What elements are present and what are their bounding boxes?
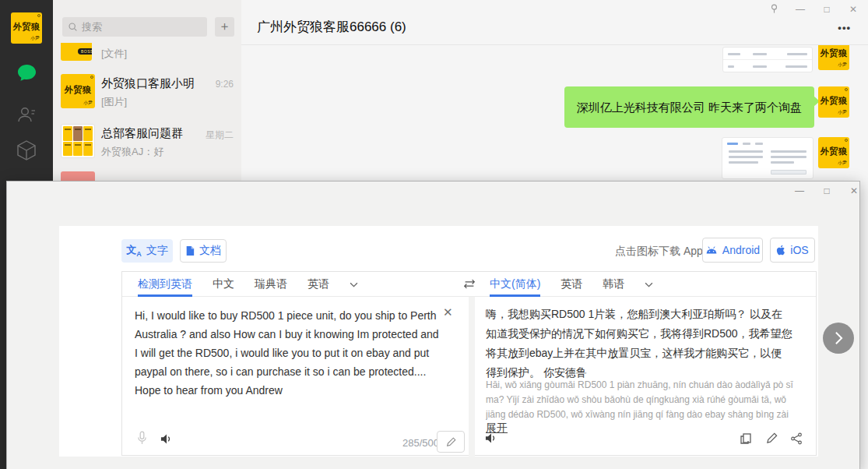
search-bar[interactable] [62,17,207,37]
avatar-sub-label: 小尹 [838,62,847,69]
mode-label: 文档 [199,244,221,258]
chat-subtitle: [文件] [101,47,127,61]
avatar-label: 外贸狼 [65,84,92,96]
target-language-tabs: 中文(简体) 英语 韩语 [490,272,653,297]
translation-card: 检测到英语 中文 瑞典语 英语 中文(简体) 英语 韩语 [121,271,817,456]
image-message-thumbnail[interactable] [722,47,813,72]
image-message-thumbnail[interactable] [722,137,814,179]
share-icon[interactable] [790,432,803,445]
ios-download-button[interactable]: iOS [770,238,815,263]
avatar-sub-label: 小尹 [83,100,93,107]
translator-window: — □ ✕ 文A 文字 文档 点击图标下载 App Android iOS [6,181,860,469]
message-avatar[interactable]: 外贸狼 小尹 [818,45,849,70]
chat-title: 总部客服问题群 [101,126,183,141]
registered-mark-icon [845,88,848,91]
chevron-down-icon[interactable] [645,282,653,287]
clear-input-icon[interactable]: ✕ [443,305,453,319]
search-icon [68,22,78,32]
close-button[interactable]: ✕ [846,4,860,15]
chats-icon[interactable] [16,62,37,83]
tab-detected-language[interactable]: 检测到英语 [138,272,192,297]
tab-target-language[interactable]: 英语 [561,272,582,297]
language-tabs-row: 检测到英语 中文 瑞典语 英语 中文(简体) 英语 韩语 [122,272,816,297]
edit-icon[interactable] [766,432,778,444]
avatar-label: 外贸狼 [821,146,848,157]
chat-avatar: 外贸狼 小尹 [61,74,95,108]
avatar-label: 外贸狼 [13,21,40,33]
chat-subtitle: [图片] [101,95,127,109]
chat-title: 外贸狼口客服小明 [101,76,195,91]
speaker-icon[interactable] [484,432,497,444]
avatar-sub-label: 小尹 [30,35,40,42]
maximize-button[interactable]: □ [820,185,834,196]
chevron-down-icon[interactable] [350,282,358,287]
android-icon [705,245,718,255]
group-avatar [61,124,95,158]
avatar-label: 外贸狼 [821,48,848,59]
tab-target-language[interactable]: 中文(简体) [490,272,540,297]
chat-time: 星期二 [206,129,234,142]
screen: 外贸狼 小尹 ＋ BOSS [文件] [0,0,868,469]
edit-source-button[interactable] [437,431,465,453]
microphone-icon[interactable] [137,431,147,446]
add-chat-button[interactable]: ＋ [215,17,234,37]
store-label: iOS [790,244,808,256]
tab-source-language[interactable]: 中文 [213,272,234,297]
chat-header-title: 广州外贸狼客服66666 (6) [257,18,406,36]
document-mode-button[interactable]: 文档 [180,239,227,263]
document-icon [185,245,195,256]
close-button[interactable]: ✕ [847,185,861,196]
tab-target-language[interactable]: 韩语 [603,272,624,297]
swap-languages-icon[interactable] [462,279,476,289]
registered-mark-icon [37,14,40,17]
next-page-button[interactable] [823,323,854,354]
avatar-sub-label: 小尹 [838,160,847,167]
minimize-button[interactable]: — [793,4,807,15]
translation-output: 嗨，我想购买RD500 1片装，您船到澳大利亚珀斯吗？ 以及在知道我受保护的情况… [486,305,792,383]
chat-avatar: BOSS [61,43,92,61]
chat-subtitle: 外贸狼AJ：好 [101,145,163,159]
chat-avatar[interactable] [61,171,95,181]
search-input[interactable] [82,21,191,33]
chat-more-button[interactable]: ••• [838,22,851,34]
avatar-label: 外贸狼 [821,95,848,107]
download-hint: 点击图标下载 App [615,245,703,259]
messages-area: 外贸狼 小尹 深圳亿上光科技有限公司 昨天来了两个询盘 外贸狼 小尹 [241,45,868,181]
panel-divider [469,297,475,457]
copy-icon[interactable] [740,432,752,445]
source-text-input[interactable]: Hi, I would like to buy RD500 1 piece un… [135,306,440,400]
message-avatar[interactable]: 外贸狼 小尹 [818,86,849,118]
collections-icon[interactable] [16,139,37,161]
chat-items: BOSS [文件] 外贸狼 小尹 外贸狼口客服小明 9:26 [图片] [53,43,241,181]
contacts-icon[interactable] [16,104,37,125]
minimize-button[interactable]: — [792,185,807,196]
maximize-button[interactable]: □ [820,4,834,15]
tab-source-language[interactable]: 英语 [307,272,329,297]
tab-source-language[interactable]: 瑞典语 [255,272,287,297]
message-bubble[interactable]: 深圳亿上光科技有限公司 昨天来了两个询盘 [564,86,814,128]
registered-mark-icon [90,76,93,79]
chat-time: 9:26 [216,79,234,90]
pin-icon[interactable] [767,3,781,14]
apple-icon [776,245,785,256]
speaker-icon[interactable] [160,433,173,445]
registered-mark-icon [845,139,848,142]
translate-icon: 文A [126,245,142,258]
mode-label: 文字 [146,244,168,258]
chevron-right-icon [835,331,843,345]
message-avatar[interactable]: 外贸狼 小尹 [818,137,849,168]
pinyin-text: Hāi, wǒ xiǎng gòumǎi RD500 1 piàn zhuāng… [486,378,796,422]
source-language-tabs: 检测到英语 中文 瑞典语 英语 [138,272,358,297]
user-avatar[interactable]: 外贸狼 小尹 [11,12,42,44]
android-download-button[interactable]: Android [702,238,763,263]
avatar-sub-label: 小尹 [838,109,847,116]
boss-badge: BOSS [78,48,92,55]
text-mode-button[interactable]: 文A 文字 [121,239,173,263]
store-label: Android [722,244,760,256]
